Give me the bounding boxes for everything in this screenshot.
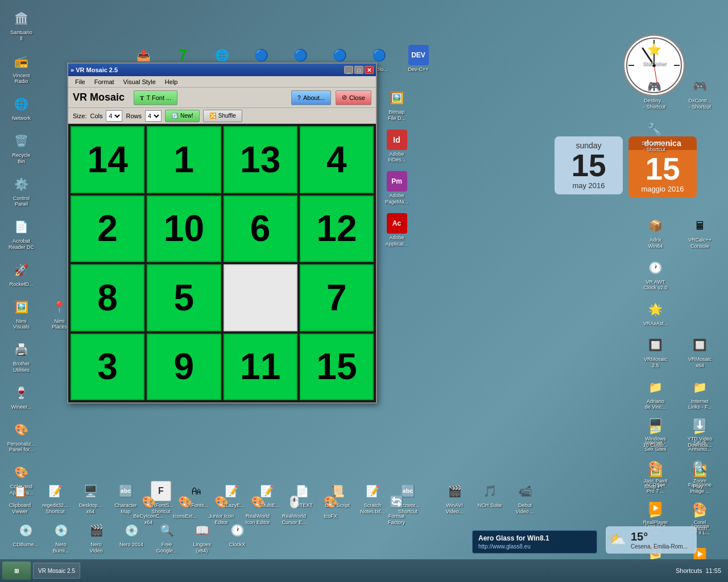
- desktop-icon-win10cust[interactable]: 🖥️ Windows10 Custo...: [637, 412, 674, 451]
- desktop-icon-regedit[interactable]: 📝 regedit32...Shortcut: [38, 479, 72, 517]
- desktop-icon-adriano[interactable]: 📁 Adrianode Vinc...: [637, 375, 674, 413]
- desktop-icon-ytd[interactable]: ⬇️ YTD VideoDownloa...: [681, 412, 718, 451]
- desktop-icon-iconsext[interactable]: 🎨 IconsExt...: [167, 489, 202, 528]
- maximize-button[interactable]: □: [354, 66, 363, 74]
- tray-shortcuts: Shortcuts: [676, 567, 702, 574]
- tile-3[interactable]: 3: [71, 334, 144, 401]
- menu-visual-style[interactable]: Visual Style: [119, 78, 160, 85]
- tile-5[interactable]: 5: [147, 264, 221, 331]
- shuffle-icon: 🔀: [209, 113, 216, 119]
- tile-9[interactable]: 9: [147, 334, 221, 401]
- aero-glass-notification: Aero Glass for Win8.1 http://www.glass8.…: [472, 530, 597, 554]
- desktop-icon-vrmoasicx64[interactable]: 🔲 VRMosaicx64: [681, 332, 718, 371]
- desktop-icon-rw-icon[interactable]: 🎨 RealWorldIcon Editor: [240, 489, 275, 528]
- close-app-icon: ⊘: [342, 94, 347, 101]
- tile-12[interactable]: 12: [300, 196, 374, 263]
- cols-select[interactable]: 435: [106, 110, 122, 122]
- close-app-button[interactable]: ⊘ Close: [336, 90, 371, 105]
- tile-8[interactable]: 8: [71, 264, 144, 331]
- desktop-icon-dev-cpp[interactable]: DEV Dev-C++: [400, 43, 437, 81]
- desktop-icon-setcrack[interactable]: 🔧 SetCrack...- Shortcut: [636, 117, 673, 155]
- desktop-icon-rocketd[interactable]: 🚀 RocketD...: [3, 257, 40, 290]
- desktop-icon-icofx[interactable]: 🎨 IcoFX: [313, 489, 348, 528]
- vr-menubar: File Format Visual Style Help: [68, 76, 376, 88]
- desktop-icon-acrobat[interactable]: 📄 AcrobatReader DC: [3, 214, 40, 253]
- desktop-icon-vr-awt-clock[interactable]: 🕐 VR AWTClock v2.0: [637, 255, 674, 294]
- font-button[interactable]: T T Font ...: [134, 90, 177, 105]
- desktop-icon-desktop-x64[interactable]: 🖥️ Desktop...x64: [73, 479, 107, 517]
- calendar-english: sunday 15 may 2016: [555, 136, 623, 194]
- vr-titlebar: » VR Mosaic 2.5 _ □ ✕: [68, 64, 376, 76]
- tile-6[interactable]: 6: [224, 196, 297, 263]
- tile-13[interactable]: 13: [224, 126, 297, 193]
- desktop-icon-becyicon[interactable]: 🎨 BeCyIconC...x64: [131, 489, 166, 528]
- desktop-icon-pagemaker[interactable]: Pm AdobePageMa...: [378, 169, 415, 207]
- desktop-icon-clipboard[interactable]: 📋 ClipboardViewer: [3, 479, 37, 517]
- desktop-icon-adrix[interactable]: 📦 AdrixWin64: [637, 213, 674, 252]
- second-bottom-row: 🎨 BeCyIconC...x64 🎨 IconsExt... 🎨 Junior…: [131, 489, 414, 528]
- desktop-icon-destiny[interactable]: 🎮 Destiny...- Shortcut: [636, 74, 673, 113]
- desktop-icon-network[interactable]: 🌐 Network: [3, 92, 40, 124]
- desktop-icon-brother[interactable]: 🖨️ BrotherUtilities: [3, 337, 40, 376]
- desktop-icon-indesign[interactable]: Id AdobeInDes...: [378, 127, 415, 166]
- tile-14[interactable]: 14: [71, 126, 144, 193]
- desktop-icon-control-panel[interactable]: ⚙️ ControlPanel: [3, 172, 40, 210]
- taskbar-vr-mosaic[interactable]: VR Mosaic 2.5: [33, 563, 80, 579]
- desktop-icon-winavi[interactable]: 🎬 WinAVIVideo...: [437, 479, 471, 517]
- bottom-mid-icons: 🎬 WinAVIVideo... 🎵 NCH Suite 📹 DebutVide…: [437, 479, 542, 517]
- desktop-icon-format-factory[interactable]: 🔄 FormatFactory: [379, 489, 414, 528]
- desktop-icon-rw-cursor[interactable]: 🖱️ RealWorldCursor E...: [276, 489, 312, 528]
- menu-format[interactable]: Format: [90, 78, 119, 85]
- desktop-icon-nero-burn[interactable]: 💿 NeroBurni...: [44, 518, 78, 556]
- tile-15[interactable]: 15: [300, 334, 374, 401]
- minimize-button[interactable]: _: [344, 66, 353, 74]
- about-icon: ?: [297, 94, 301, 101]
- close-window-button[interactable]: ✕: [365, 66, 374, 74]
- menu-help[interactable]: Help: [160, 78, 183, 85]
- desktop-icon-junior-icon[interactable]: 🎨 Junior IconEditor: [204, 489, 239, 528]
- tile-4[interactable]: 4: [300, 126, 374, 193]
- tile-11[interactable]: 11: [224, 334, 297, 401]
- desktop-icon-recycle-bin[interactable]: 🗑️ RecycleBin: [3, 128, 40, 167]
- rows-label: Rows: [126, 113, 142, 119]
- weather-temp: 15°: [631, 530, 688, 543]
- tile-7[interactable]: 7: [300, 264, 374, 331]
- start-button[interactable]: ⊞: [2, 562, 31, 580]
- desktop-icon-personaliz[interactable]: 🎨 Personaliz...Panel for...: [3, 417, 40, 456]
- cols-label: Cols: [90, 113, 102, 119]
- font-icon: T: [140, 94, 144, 101]
- size-label: Size:: [73, 113, 86, 119]
- tile-1[interactable]: 1: [147, 126, 221, 193]
- desktop-icon-cdburner[interactable]: 💿 CDBurne...: [9, 518, 43, 556]
- menu-file[interactable]: File: [71, 78, 90, 85]
- new-button[interactable]: 🔃 New!: [165, 110, 200, 122]
- desktop-icon-santuario[interactable]: 🏛️ Santuarioll: [3, 6, 40, 44]
- tile-10[interactable]: 10: [147, 196, 221, 263]
- desktop-icon-nimi-visuals[interactable]: 🖼️ NimiVisuals: [3, 294, 40, 333]
- about-button[interactable]: ? About...: [291, 90, 331, 105]
- desktop-icon-bitmap[interactable]: 🖼️ BitmapFile D...: [378, 85, 415, 124]
- cal-it-daynum: 15: [633, 153, 692, 185]
- desktop-icon-dxcontr[interactable]: 🎮 DxContr...- Shortcut: [681, 74, 718, 113]
- desktop-icon-vrmosaic25[interactable]: 🔲 VRMosaic2.5: [637, 332, 674, 371]
- vr-mosaic-grid: 14 1 13 4 2 10 6 12 8 5 7 3 9 11 15: [68, 124, 376, 402]
- aero-title: Aero Glass for Win8.1: [478, 534, 591, 542]
- desktop-icon-internet-links[interactable]: 📁 InternetLinks - F...: [681, 375, 718, 413]
- rows-select[interactable]: 435: [145, 110, 162, 122]
- desktop-icon-debut[interactable]: 📹 DebutVideo ...: [508, 479, 542, 517]
- desktop-icon-wineer[interactable]: 🍷 Wineer...: [3, 380, 40, 413]
- vr-toolbar: VR Mosaic T T Font ... ? About... ⊘ Clos…: [68, 88, 376, 108]
- desktop-icon-nero-video[interactable]: 🎬 NeroVideo: [79, 518, 113, 556]
- desktop-icon-nch[interactable]: 🎵 NCH Suite: [473, 479, 507, 517]
- desktop-icon-adobe-app[interactable]: Ac AdobeApplicat...: [378, 211, 415, 250]
- new-icon: 🔃: [171, 113, 178, 119]
- shuffle-button[interactable]: 🔀 Shuffle: [203, 110, 242, 122]
- desktop-icon-starfisher[interactable]: ⭐ StarFisher: [636, 37, 673, 69]
- tile-empty[interactable]: [224, 264, 297, 331]
- desktop-icon-vrcalc[interactable]: 🖩 VRCalc++Console: [681, 213, 718, 252]
- desktop-icon-vincent-radio[interactable]: 📻 VincentRadio: [3, 49, 40, 88]
- tile-2[interactable]: 2: [71, 196, 144, 263]
- weather-widget: ⛅ 15° Cesena, Emilia-Rom...: [606, 526, 697, 554]
- cal-en-daynum: 15: [559, 150, 618, 181]
- desktop-icon-vraxast[interactable]: 🌟 VRAxAst...: [637, 297, 674, 329]
